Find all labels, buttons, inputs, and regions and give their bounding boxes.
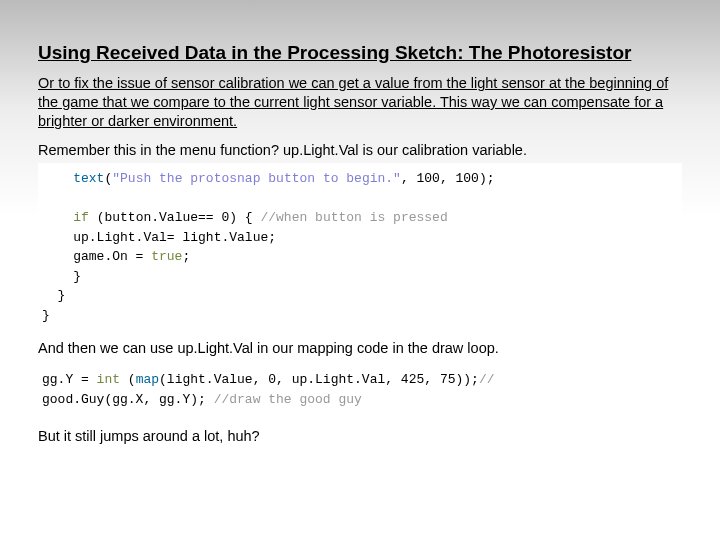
paragraph-4: But it still jumps around a lot, huh? (38, 427, 682, 446)
slide-title: Using Received Data in the Processing Sk… (38, 42, 682, 64)
code-block-2: gg.Y = int (map(light.Value, 0, up.Light… (38, 366, 682, 413)
code-block-1: text("Push the protosnap button to begin… (38, 163, 682, 331)
paragraph-1: Or to fix the issue of sensor calibratio… (38, 74, 682, 131)
paragraph-3: And then we can use up.Light.Val in our … (38, 339, 682, 358)
paragraph-2: Remember this in the menu function? up.L… (38, 141, 682, 160)
